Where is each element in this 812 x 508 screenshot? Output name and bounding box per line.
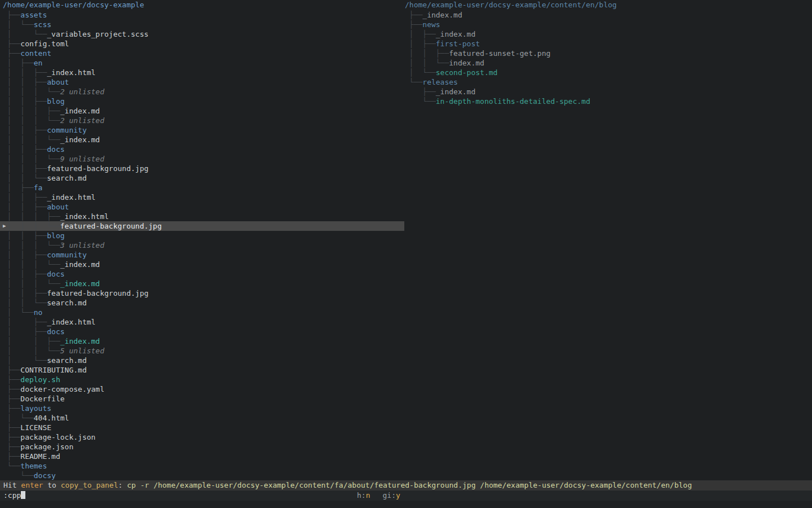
tree-row[interactable]: ├──assets xyxy=(0,10,404,20)
tree-row[interactable]: ▶ │ │ │ └──featured-background.jpg xyxy=(0,221,404,231)
tree-item-name[interactable]: layouts xyxy=(20,404,51,413)
tree-row[interactable]: │ │ │ └──_index.md xyxy=(0,135,404,144)
tree-row[interactable]: └──docsy xyxy=(0,471,404,480)
tree-row[interactable]: │ ├──_index.html xyxy=(0,317,404,327)
tree-row[interactable]: │ │ │ └──3 unlisted xyxy=(0,240,404,250)
tree-item-name[interactable]: no xyxy=(34,308,43,317)
tree-row[interactable]: │ │ ├──_index.md xyxy=(0,336,404,346)
tree-item-name[interactable]: LICENSE xyxy=(20,423,51,432)
tree-row[interactable]: │ │ │ └──_index.md xyxy=(0,279,404,288)
tree-item-name[interactable]: _index.md xyxy=(422,11,462,19)
tree-item-name[interactable]: _index.md xyxy=(60,279,100,288)
tree-row[interactable]: ├──CONTRIBUTING.md xyxy=(0,365,404,375)
tree-item-name[interactable]: config.toml xyxy=(20,40,69,48)
tree-item-name[interactable]: _index.html xyxy=(47,68,95,77)
tree-row[interactable]: │ ├──_index.md xyxy=(404,29,812,39)
tree-row[interactable]: ├──content xyxy=(0,49,404,58)
tree-row[interactable]: │ ├──en xyxy=(0,58,404,68)
tree-row[interactable]: └──releases xyxy=(404,77,812,87)
tree-row[interactable]: │ │ └──index.md xyxy=(404,58,812,68)
tree-item-name[interactable]: 404.html xyxy=(34,414,69,422)
tree-item-name[interactable]: fa xyxy=(34,183,43,192)
tree-item-name[interactable]: community xyxy=(47,126,86,134)
tree-row[interactable]: │ │ └──5 unlisted xyxy=(0,346,404,356)
tree-item-name[interactable]: about xyxy=(47,78,69,86)
tree-item-name[interactable]: _variables_project.scss xyxy=(47,30,148,38)
tree-item-name[interactable]: en xyxy=(34,59,43,67)
tree-item-name[interactable]: package.json xyxy=(20,443,73,451)
tree-row[interactable]: │ │ │ └──2 unlisted xyxy=(0,116,404,125)
tree-row[interactable]: │ │ ├──featured-background.jpg xyxy=(0,164,404,173)
tree-row[interactable]: │ ├──fa xyxy=(0,183,404,192)
tree-row[interactable]: │ │ ├──docs xyxy=(0,269,404,279)
tree-item-name[interactable]: index.md xyxy=(449,59,484,67)
tree-item-name[interactable]: docs xyxy=(47,327,64,336)
tree-row[interactable]: │ │ │ ├──_index.html xyxy=(0,212,404,221)
tree-item-name[interactable]: _index.md xyxy=(60,260,100,269)
tree-item-name[interactable]: in-depth-monoliths-detailed-spec.md xyxy=(436,97,590,106)
tree-row[interactable]: │ │ │ └──_index.md xyxy=(0,260,404,269)
tree-row[interactable]: ├──package-lock.json xyxy=(0,432,404,442)
tree-row[interactable]: │ │ ├──blog xyxy=(0,97,404,106)
tree-row[interactable]: ├──_index.md xyxy=(404,87,812,97)
tree-row[interactable]: │ │ ├──blog xyxy=(0,231,404,240)
tree-item-name[interactable]: blog xyxy=(47,97,64,106)
tree-row[interactable]: │ │ └──search.md xyxy=(0,298,404,308)
tree-item-name[interactable]: _index.md xyxy=(60,107,100,115)
tree-row[interactable]: ├──docker-compose.yaml xyxy=(0,384,404,394)
tree-item-name[interactable]: _index.md xyxy=(436,87,475,96)
tree-item-name[interactable]: releases xyxy=(422,78,458,86)
tree-row[interactable]: │ │ ├──_index.html xyxy=(0,192,404,202)
tree-item-name[interactable]: second-post.md xyxy=(436,68,498,77)
tree-item-name[interactable]: blog xyxy=(47,231,64,240)
tree-item-name[interactable]: search.md xyxy=(47,356,86,365)
tree-item-name[interactable]: scss xyxy=(34,20,51,29)
tree-item-name[interactable]: _index.md xyxy=(436,30,475,38)
tree-item-name[interactable]: featured-sunset-get.png xyxy=(449,49,550,58)
tree-item-name[interactable]: package-lock.json xyxy=(20,433,95,441)
tree-row[interactable]: │ │ ├──docs xyxy=(0,144,404,154)
tree-row[interactable]: └──themes xyxy=(0,461,404,471)
tree-row[interactable]: │ └──second-post.md xyxy=(404,68,812,77)
tree-row[interactable]: │ └──404.html xyxy=(0,413,404,423)
tree-item-name[interactable]: assets xyxy=(20,11,47,19)
tree-item-name[interactable]: featured-background.jpg xyxy=(47,289,148,297)
tree-item-name[interactable]: _index.html xyxy=(47,193,95,202)
tree-row[interactable]: │ │ ├──featured-sunset-get.png xyxy=(404,49,812,58)
tree-item-name[interactable]: docsy xyxy=(34,471,56,480)
tree-item-name[interactable]: _index.md xyxy=(60,135,100,144)
tree-row[interactable]: │ ├──docs xyxy=(0,327,404,336)
tree-row[interactable]: │ └──no xyxy=(0,308,404,317)
tree-item-name[interactable]: _index.html xyxy=(60,212,109,221)
tree-item-name[interactable]: featured-background.jpg xyxy=(60,222,162,230)
tree-item-name[interactable]: first-post xyxy=(436,40,480,48)
tree-row[interactable]: ├──package.json xyxy=(0,442,404,452)
tree-row[interactable]: │ │ ├──community xyxy=(0,125,404,135)
tree-row[interactable]: │ │ ├──about xyxy=(0,202,404,212)
tree-row[interactable]: │ └──search.md xyxy=(0,356,404,365)
tree-item-name[interactable]: themes xyxy=(20,462,47,470)
tree-row[interactable]: ├──layouts xyxy=(0,404,404,413)
tree-item-name[interactable]: search.md xyxy=(47,174,86,182)
tree-row[interactable]: │ │ ├──about xyxy=(0,77,404,87)
tree-item-name[interactable]: _index.html xyxy=(47,318,95,326)
tree-row[interactable]: │ │ │ └──2 unlisted xyxy=(0,87,404,97)
tree-item-name[interactable]: content xyxy=(20,49,51,58)
tree-item-name[interactable]: CONTRIBUTING.md xyxy=(20,366,86,374)
tree-row[interactable]: │ └──scss xyxy=(0,20,404,29)
tree-item-name[interactable]: search.md xyxy=(47,299,86,307)
command-input-line[interactable]: :cpph:ngi:y xyxy=(0,491,812,501)
tree-row[interactable]: │ └──_variables_project.scss xyxy=(0,29,404,39)
tree-row[interactable]: ├──deploy.sh xyxy=(0,375,404,384)
tree-item-name[interactable]: about xyxy=(47,203,69,211)
tree-item-name[interactable]: Dockerfile xyxy=(20,395,64,403)
command-input-value[interactable]: :cpp xyxy=(3,491,21,500)
tree-item-name[interactable]: featured-background.jpg xyxy=(47,164,148,173)
tree-row[interactable]: │ │ │ ├──_index.md xyxy=(0,106,404,116)
tree-row[interactable]: │ │ │ └──9 unlisted xyxy=(0,154,404,164)
tree-row[interactable]: │ │ └──search.md xyxy=(0,173,404,183)
tree-item-name[interactable]: docs xyxy=(47,145,64,154)
tree-row[interactable]: │ │ ├──featured-background.jpg xyxy=(0,288,404,298)
tree-row[interactable]: ├──LICENSE xyxy=(0,423,404,432)
tree-item-name[interactable]: docs xyxy=(47,270,64,278)
